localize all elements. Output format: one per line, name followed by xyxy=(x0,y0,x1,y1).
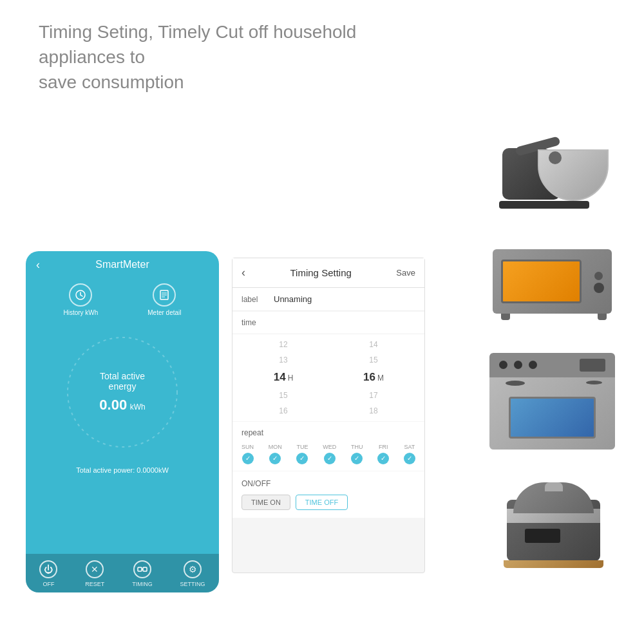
sat-check: ✓ xyxy=(404,453,415,464)
day-tue[interactable]: TUE ✓ xyxy=(296,444,308,464)
range-top xyxy=(489,353,615,377)
cooker-handle xyxy=(545,482,563,491)
rice-cooker xyxy=(483,467,625,576)
timing-save-button[interactable]: Save xyxy=(396,268,415,278)
reset-label: RESET xyxy=(85,581,104,587)
min-selected: 16 xyxy=(363,368,375,388)
day-wed[interactable]: WED ✓ xyxy=(323,444,336,464)
timing-panel: ‹ Timing Setting Save label Unnaming tim… xyxy=(232,258,425,573)
timing-back-icon[interactable]: ‹ xyxy=(242,266,245,279)
phone-back-icon[interactable]: ‹ xyxy=(36,258,40,272)
footer-reset[interactable]: ✕ RESET xyxy=(85,560,104,587)
cooker-base xyxy=(504,560,603,568)
onoff-label: ON/OFF xyxy=(242,479,415,488)
power-text: Total active power: 0.0000kW xyxy=(26,463,219,480)
time-label: time xyxy=(242,318,274,327)
meter-label: Meter detail xyxy=(147,309,181,316)
toaster-leg2 xyxy=(598,314,607,320)
hours-column: 12 13 14 H 15 16 xyxy=(258,337,309,419)
off-label: OFF xyxy=(43,581,54,587)
fri-check: ✓ xyxy=(377,453,389,464)
hour-selected: 14 xyxy=(274,368,286,388)
footer-timing[interactable]: TIMING xyxy=(132,560,153,587)
range-knob3 xyxy=(529,361,537,369)
appliance-column xyxy=(483,109,625,576)
toaster-knob1 xyxy=(594,283,604,293)
toaster-window xyxy=(501,260,582,303)
phone-nav-icons: History kWh Meter detail xyxy=(26,278,219,321)
days-row: SUN ✓ MON ✓ TUE ✓ WED ✓ THU ✓ FRI ✓ xyxy=(242,444,415,464)
phone-header: ‹ SmartMeter xyxy=(26,251,219,278)
footer-setting[interactable]: ⚙ SETTING xyxy=(180,560,205,587)
cooker-display xyxy=(525,529,560,543)
min-18: 18 xyxy=(369,403,377,419)
day-thu[interactable]: THU ✓ xyxy=(351,444,363,464)
hour-13: 13 xyxy=(279,352,287,368)
hour-suffix: H xyxy=(288,374,294,383)
range-knob1 xyxy=(499,361,507,369)
thu-check: ✓ xyxy=(351,453,363,464)
toaster-shape xyxy=(489,242,618,325)
gauge-unit: kWh xyxy=(130,402,146,412)
hour-12: 12 xyxy=(279,337,287,352)
day-tue-label: TUE xyxy=(296,444,308,450)
min-17: 17 xyxy=(369,388,377,403)
reset-icon: ✕ xyxy=(86,560,104,578)
history-kwh-item[interactable]: History kWh xyxy=(63,283,98,316)
day-mon[interactable]: MON ✓ xyxy=(269,444,282,464)
setting-icon: ⚙ xyxy=(184,560,202,578)
wed-check: ✓ xyxy=(324,453,336,464)
cooker-shape xyxy=(496,473,612,570)
timing-label-row: label Unnaming xyxy=(232,288,424,311)
gauge-value: 0.00 xyxy=(99,397,127,413)
gauge-title: Total active xyxy=(99,371,145,381)
gauge-title2: energy xyxy=(99,381,145,392)
range-burner1 xyxy=(506,381,525,386)
day-mon-label: MON xyxy=(269,444,282,450)
timing-label-section: label Unnaming xyxy=(232,288,424,311)
timing-icon xyxy=(133,560,151,578)
stand-mixer xyxy=(483,109,625,219)
day-sat-label: SAT xyxy=(404,444,415,450)
label-key: label xyxy=(242,295,274,304)
footer-off[interactable]: ⏻ OFF xyxy=(39,560,57,587)
day-sun[interactable]: SUN ✓ xyxy=(242,444,254,464)
timing-time-section: time 12 13 14 H 15 16 14 15 16 M xyxy=(232,312,424,421)
svg-rect-6 xyxy=(138,567,142,571)
range-shape xyxy=(486,353,621,453)
phone-mockup: ‹ SmartMeter History kWh Meter d xyxy=(26,251,219,592)
day-fri-label: FRI xyxy=(379,444,388,450)
tue-check: ✓ xyxy=(296,453,308,464)
min-15: 15 xyxy=(369,352,377,368)
header-line1: Timing Seting, Timely Cut off household … xyxy=(39,22,356,67)
phone-footer: ⏻ OFF ✕ RESET TIMING ⚙ SETTING xyxy=(26,554,219,592)
meter-detail-item[interactable]: Meter detail xyxy=(147,283,181,316)
time-row-header: time xyxy=(232,312,424,334)
phone-title: SmartMeter xyxy=(95,259,149,270)
header-text: Timing Seting, Timely Cut off household … xyxy=(39,19,425,95)
mixer-shape xyxy=(496,116,612,213)
onoff-section: ON/OFF TIME ON TIME OFF xyxy=(232,471,424,518)
gauge-text: Total active energy 0.00 kWh xyxy=(99,371,145,413)
time-off-button[interactable]: TIME OFF xyxy=(296,495,348,510)
hour-16: 16 xyxy=(279,403,287,419)
svg-rect-7 xyxy=(143,567,147,571)
day-fri[interactable]: FRI ✓ xyxy=(377,444,389,464)
off-icon: ⏻ xyxy=(39,560,57,578)
mon-check: ✓ xyxy=(269,453,281,464)
day-sun-label: SUN xyxy=(242,444,254,450)
day-sat[interactable]: SAT ✓ xyxy=(404,444,415,464)
timing-title: Timing Setting xyxy=(290,267,352,278)
repeat-section: repeat SUN ✓ MON ✓ TUE ✓ WED ✓ THU ✓ xyxy=(232,422,424,471)
time-on-button[interactable]: TIME ON xyxy=(242,495,290,510)
history-icon xyxy=(69,283,92,307)
toaster-leg1 xyxy=(501,314,510,320)
history-label: History kWh xyxy=(63,309,98,316)
day-wed-label: WED xyxy=(323,444,336,450)
range-knob2 xyxy=(514,361,522,369)
repeat-label: repeat xyxy=(242,428,415,437)
header-line2: save consumption xyxy=(39,72,184,92)
toaster-oven xyxy=(483,229,625,338)
toaster-knob2 xyxy=(594,272,603,280)
meter-icon xyxy=(153,283,176,307)
